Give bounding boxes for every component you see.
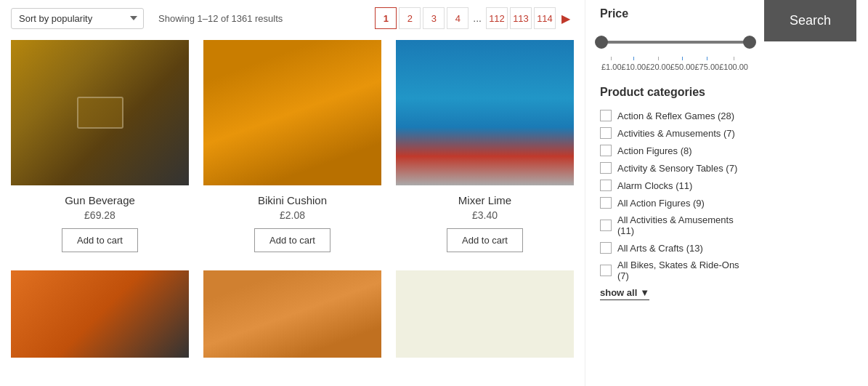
price-thumb-min[interactable]	[595, 36, 608, 49]
price-filter: Price £1.00	[600, 7, 750, 71]
product-image-4	[11, 270, 189, 358]
product-image-2	[203, 40, 381, 185]
product-card-6	[396, 270, 574, 358]
product-image-5	[203, 270, 381, 358]
product-name-2: Bikini Cushion	[258, 194, 327, 206]
results-count: Showing 1–12 of 1361 results	[158, 13, 283, 24]
sort-select[interactable]: Sort by popularitySort by popularitySort…	[11, 8, 144, 29]
category-item-6: All Activities & Amusements (11)	[600, 214, 750, 236]
category-label-4[interactable]: Alarm Clocks (11)	[617, 180, 692, 191]
category-label-0[interactable]: Action & Reflex Games (28)	[617, 110, 734, 121]
category-checkbox-2[interactable]	[600, 145, 612, 156]
search-button[interactable]: Search	[764, 0, 856, 41]
category-label-3[interactable]: Activity & Sensory Tables (7)	[617, 163, 737, 174]
category-checkbox-4[interactable]	[600, 180, 612, 191]
next-page-btn[interactable]: ▶	[558, 12, 574, 25]
price-tick-6: £100.00	[719, 57, 748, 71]
category-checkbox-6[interactable]	[600, 220, 612, 231]
chevron-down-icon: ▼	[640, 287, 649, 298]
category-item-5: All Action Figures (9)	[600, 197, 750, 209]
price-tick-4: £50.00	[670, 57, 695, 71]
product-price-1: £69.28	[84, 209, 115, 221]
price-tick-5: £75.00	[695, 57, 720, 71]
price-label-2: £10.00	[622, 63, 646, 71]
page-112-btn[interactable]: 112	[486, 7, 508, 29]
price-tick-3: £20.00	[646, 57, 670, 71]
price-label-5: £75.00	[695, 63, 720, 71]
category-checkbox-7[interactable]	[600, 242, 612, 254]
pagination: 1 2 3 4 ... 112 113 114 ▶	[375, 7, 574, 29]
add-to-cart-btn-3[interactable]: Add to cart	[447, 228, 523, 252]
category-item-4: Alarm Clocks (11)	[600, 180, 750, 191]
add-to-cart-btn-2[interactable]: Add to cart	[254, 228, 330, 252]
product-card-4	[11, 270, 189, 358]
category-checkbox-8[interactable]	[600, 265, 612, 276]
bottom-product-grid	[11, 270, 574, 358]
product-price-3: £3.40	[472, 209, 498, 221]
category-item-2: Action Figures (8)	[600, 145, 750, 156]
category-item-3: Activity & Sensory Tables (7)	[600, 162, 750, 174]
price-range	[600, 41, 750, 44]
price-label-3: £20.00	[646, 63, 670, 71]
price-label-6: £100.00	[719, 63, 748, 71]
tick-mark-3	[658, 57, 659, 60]
page-dots: ...	[471, 12, 484, 24]
price-label-4: £50.00	[670, 63, 695, 71]
category-checkbox-3[interactable]	[600, 162, 612, 174]
category-label-7[interactable]: All Arts & Crafts (13)	[617, 243, 703, 254]
price-tick-2: £10.00	[622, 57, 646, 71]
page-1-btn[interactable]: 1	[375, 7, 397, 29]
product-image-6	[396, 270, 574, 358]
category-item-1: Activities & Amusements (7)	[600, 127, 750, 139]
price-thumb-max[interactable]	[743, 36, 756, 49]
category-label-6[interactable]: All Activities & Amusements (11)	[617, 214, 750, 236]
price-labels: £1.00 £10.00 £20.00 £50.00	[600, 57, 750, 71]
show-all-label: show all	[600, 287, 637, 298]
category-label-5[interactable]: All Action Figures (9)	[617, 198, 705, 209]
tick-mark-6	[734, 57, 734, 60]
category-label-8[interactable]: All Bikes, Skates & Ride-Ons (7)	[617, 260, 750, 281]
category-item-0: Action & Reflex Games (28)	[600, 110, 750, 121]
category-checkbox-0[interactable]	[600, 110, 612, 121]
price-tick-1: £1.00	[601, 57, 622, 71]
price-slider[interactable]	[600, 31, 750, 53]
category-checkbox-5[interactable]	[600, 197, 612, 209]
tick-mark-5	[707, 57, 707, 60]
product-card-3: Mixer Lime £3.40 Add to cart	[396, 40, 574, 256]
tick-mark-4	[682, 57, 683, 60]
product-price-2: £2.08	[280, 209, 305, 221]
page-3-btn[interactable]: 3	[423, 7, 445, 29]
price-label-1: £1.00	[601, 63, 622, 71]
product-name-3: Mixer Lime	[458, 194, 511, 206]
tick-mark-1	[611, 57, 612, 60]
product-grid: Gun Beverage £69.28 Add to cart Bikini C…	[11, 40, 574, 256]
price-title: Price	[600, 7, 750, 20]
product-card-1: Gun Beverage £69.28 Add to cart	[11, 40, 189, 256]
sidebar: Price £1.00	[585, 0, 868, 386]
category-item-7: All Arts & Crafts (13)	[600, 242, 750, 254]
page-2-btn[interactable]: 2	[399, 7, 421, 29]
add-to-cart-btn-1[interactable]: Add to cart	[62, 228, 138, 252]
categories-title: Product categories	[600, 86, 750, 99]
categories-section: Product categories Action & Reflex Games…	[600, 86, 750, 300]
page-4-btn[interactable]: 4	[447, 7, 469, 29]
category-label-2[interactable]: Action Figures (8)	[617, 145, 692, 156]
category-item-8: All Bikes, Skates & Ride-Ons (7)	[600, 260, 750, 281]
show-all-btn[interactable]: show all ▼	[600, 287, 649, 300]
product-card-2: Bikini Cushion £2.08 Add to cart	[203, 40, 381, 256]
product-image-3	[396, 40, 574, 185]
product-name-1: Gun Beverage	[65, 194, 135, 206]
product-image-1	[11, 40, 189, 185]
page-113-btn[interactable]: 113	[510, 7, 532, 29]
page-114-btn[interactable]: 114	[534, 7, 556, 29]
category-checkbox-1[interactable]	[600, 127, 612, 139]
product-card-5	[203, 270, 381, 358]
category-label-1[interactable]: Activities & Amusements (7)	[617, 128, 735, 139]
tick-mark-2	[633, 57, 634, 60]
